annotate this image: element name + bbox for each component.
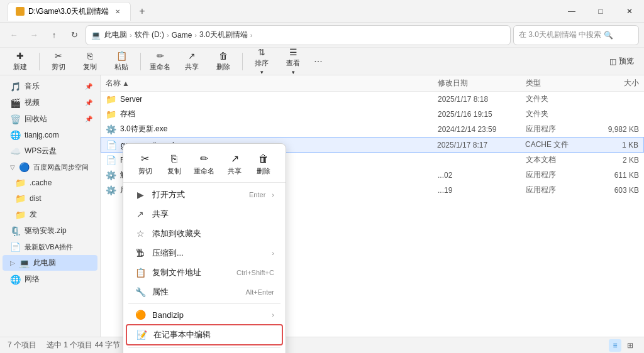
ctx-share-item[interactable]: ↗ 共享 bbox=[126, 205, 283, 224]
ctx-bandizip-item[interactable]: 🟠 Bandizip › bbox=[126, 306, 283, 323]
search-bar[interactable]: 在 3.0天机剧情端 中搜索 🔍 bbox=[513, 25, 639, 45]
ctx-share-button[interactable]: ↗ 共享 bbox=[221, 150, 248, 178]
ctx-share-icon: ↗ bbox=[231, 153, 239, 165]
sidebar-item-fa[interactable]: 📁 发 bbox=[3, 207, 97, 222]
file-date: 2025/1/17 8:18 bbox=[438, 95, 526, 104]
ctx-more-options-item[interactable]: ≡ 显示更多选项 bbox=[126, 350, 283, 353]
folder-tab-icon bbox=[16, 7, 25, 16]
selected-info: 选中 1 个项目 44 字节 bbox=[47, 340, 120, 350]
cut-button[interactable]: ✂ 剪切 bbox=[43, 48, 74, 74]
file-type: 应用程序 bbox=[526, 185, 589, 195]
sidebar-item-wps[interactable]: ☁️ WPS云盘 bbox=[3, 143, 97, 159]
ctx-rename-icon: ✏ bbox=[200, 153, 208, 165]
ctx-properties-item[interactable]: 🔧 属性 Alt+Enter bbox=[126, 283, 283, 301]
preview-button[interactable]: ◫ 预览 bbox=[604, 53, 639, 69]
col-size-header[interactable]: 大小 bbox=[589, 78, 639, 89]
list-view-button[interactable]: ≡ bbox=[609, 339, 621, 352]
ctx-copy-path-item[interactable]: 📋 复制文件地址 Ctrl+Shift+C bbox=[126, 263, 283, 282]
filelist-header: 名称 ▲ 修改日期 类型 大小 bbox=[101, 75, 644, 92]
ctx-share-label: 共享 bbox=[228, 166, 242, 176]
cache-file-icon: 📄 bbox=[106, 140, 117, 150]
sidebar-item-mypc[interactable]: ▷ 💻 此电脑 bbox=[3, 255, 97, 271]
paste-button[interactable]: 📋 粘贴 bbox=[106, 48, 136, 74]
tab-title: D:\Game\3.0天机剧情端 bbox=[28, 6, 109, 17]
titlebar: D:\Game\3.0天机剧情端 ✕ + — □ ✕ bbox=[0, 0, 644, 23]
ctx-notepad-icon: 📝 bbox=[136, 330, 147, 340]
ctx-bandizip-icon: 🟠 bbox=[135, 310, 146, 320]
statusbar: 7 个项目 选中 1 个项目 44 字节 ≡ ⊞ bbox=[0, 337, 644, 353]
folder-icon: 📁 bbox=[106, 109, 116, 119]
network-icon: 🌐 bbox=[10, 274, 21, 285]
ctx-open-with-item[interactable]: ▶ 打开方式 Enter › bbox=[126, 185, 283, 204]
toolbar-sep2 bbox=[140, 53, 141, 70]
refresh-button[interactable]: ↻ bbox=[65, 26, 83, 44]
ctx-notepad-item[interactable]: 📝 在记事本中编辑 bbox=[126, 324, 283, 345]
ctx-star-icon: ☆ bbox=[135, 229, 146, 239]
maximize-button[interactable]: □ bbox=[586, 0, 615, 23]
rename-button[interactable]: ✏ 重命名 bbox=[145, 48, 175, 74]
share-button[interactable]: ↗ 共享 bbox=[177, 48, 207, 74]
ctx-share2-label: 共享 bbox=[152, 209, 274, 220]
copy-button[interactable]: ⎘ 复制 bbox=[75, 48, 105, 74]
ctx-rename-button[interactable]: ✏ 重命名 bbox=[189, 150, 219, 178]
sidebar-item-baidu[interactable]: ▽ 🔵 百度网盘同步空间 bbox=[3, 160, 97, 175]
up-button[interactable]: ↑ bbox=[45, 26, 63, 44]
titlebar-tab[interactable]: D:\Game\3.0天机剧情端 ✕ bbox=[8, 2, 131, 21]
sidebar-item-cache[interactable]: 📁 .cache bbox=[3, 175, 97, 190]
grid-view-button[interactable]: ⊞ bbox=[624, 339, 636, 352]
ctx-compress-arrow-icon: › bbox=[272, 249, 274, 257]
sidebar-item-vba[interactable]: 📄 最新版VBA插件 bbox=[3, 239, 97, 254]
sidebar-item-driver[interactable]: 🗜️ 驱动安装.zip bbox=[3, 223, 97, 239]
view-button[interactable]: ☰ 查看 ▾ bbox=[278, 45, 308, 78]
new-button[interactable]: ✚ 新建 bbox=[5, 48, 35, 74]
tab-close-button[interactable]: ✕ bbox=[113, 6, 123, 16]
forward-button[interactable]: → bbox=[25, 26, 43, 44]
new-tab-button[interactable]: + bbox=[133, 3, 151, 20]
col-date-header[interactable]: 修改日期 bbox=[438, 78, 526, 89]
breadcrumb-folder[interactable]: 3.0天机剧情端 bbox=[199, 30, 248, 40]
sep3: › bbox=[194, 31, 197, 39]
table-row[interactable]: ⚙️ 3.0待更新.exe 2024/12/14 23:59 应用程序 9,98… bbox=[101, 122, 644, 137]
sidebar-item-recycle[interactable]: 🗑️ 回收站 📌 bbox=[3, 111, 97, 127]
sort-arrow-icon: ▲ bbox=[122, 79, 130, 88]
table-row[interactable]: 📁 存档 2025/1/16 19:15 文件夹 bbox=[101, 107, 644, 122]
dist-folder-icon: 📁 bbox=[15, 193, 26, 204]
sort-name-header[interactable]: 名称 ▲ bbox=[106, 78, 438, 89]
breadcrumb-drive[interactable]: 软件 (D:) bbox=[135, 30, 164, 40]
col-type-header[interactable]: 类型 bbox=[526, 78, 589, 89]
ctx-favorite-item[interactable]: ☆ 添加到收藏夹 bbox=[126, 224, 283, 243]
close-button[interactable]: ✕ bbox=[615, 0, 644, 23]
minimize-button[interactable]: — bbox=[557, 0, 586, 23]
col-name-label: 名称 bbox=[106, 78, 121, 89]
sidebar-item-network[interactable]: 🌐 网络 bbox=[3, 271, 97, 287]
share-icon: ↗ bbox=[188, 51, 196, 61]
rename-icon: ✏ bbox=[157, 51, 164, 61]
back-button[interactable]: ← bbox=[5, 26, 23, 44]
items-count: 7 个项目 bbox=[8, 340, 36, 350]
ctx-copy-button[interactable]: ⎘ 复制 bbox=[160, 151, 188, 178]
sidebar-item-dist[interactable]: 📁 dist bbox=[3, 191, 97, 206]
doc-icon: 📄 bbox=[10, 242, 21, 252]
sidebar-item-video[interactable]: 🎬 视频 📌 bbox=[3, 95, 97, 111]
more-button[interactable]: ··· bbox=[309, 53, 327, 70]
table-row[interactable]: 📁 Server 2025/1/17 8:18 文件夹 bbox=[101, 92, 644, 107]
music-icon: 🎵 bbox=[10, 82, 21, 92]
sidebar-item-tianjg[interactable]: 🌐 tianjg.com bbox=[3, 128, 97, 143]
ctx-separator1 bbox=[128, 303, 280, 304]
delete-label: 删除 bbox=[216, 62, 230, 72]
ctx-cut-label: 剪切 bbox=[138, 166, 152, 176]
breadcrumb-computer[interactable]: 此电脑 bbox=[104, 30, 127, 40]
ctx-delete-button[interactable]: 🗑 删除 bbox=[250, 151, 277, 178]
breadcrumb-game[interactable]: Game bbox=[172, 31, 192, 40]
view-toggle: ≡ ⊞ bbox=[609, 339, 636, 352]
expand-icon: ▽ bbox=[10, 164, 15, 171]
file-date: 2025/1/17 8:17 bbox=[437, 141, 525, 149]
ctx-cut-button[interactable]: ✂ 剪切 bbox=[131, 150, 159, 178]
search-placeholder: 在 3.0天机剧情端 中搜索 bbox=[519, 30, 601, 40]
delete-button[interactable]: 🗑 删除 bbox=[208, 48, 238, 74]
breadcrumb: 此电脑 › 软件 (D:) › Game › 3.0天机剧情端 › bbox=[104, 30, 505, 40]
sidebar-item-music[interactable]: 🎵 音乐 📌 bbox=[3, 79, 97, 94]
ctx-compress-item[interactable]: 🗜 压缩到... › bbox=[126, 244, 283, 263]
address-bar[interactable]: 💻 此电脑 › 软件 (D:) › Game › 3.0天机剧情端 › bbox=[86, 25, 511, 45]
sort-button[interactable]: ⇅ 排序 ▾ bbox=[247, 45, 277, 78]
